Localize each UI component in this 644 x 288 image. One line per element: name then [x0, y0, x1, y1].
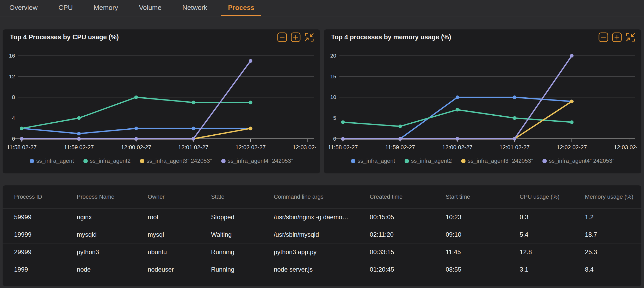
zoom-out-button[interactable] — [598, 32, 609, 42]
legend-label: ss_infra_agent — [357, 158, 395, 164]
legend-dot — [461, 159, 466, 163]
svg-text:4: 4 — [12, 115, 15, 121]
table-cell: Stopped — [211, 214, 274, 221]
svg-text:12:00 02-27: 12:00 02-27 — [121, 144, 151, 151]
zoom-out-button[interactable] — [277, 32, 287, 42]
legend-dot — [221, 159, 226, 163]
table-row[interactable]: 59999nginxrootStopped/usr/sbin/nginx -g … — [3, 208, 641, 226]
legend-item[interactable]: ss_infra_agent — [351, 158, 395, 164]
legend-item[interactable]: ss_infra_agent3” 242053” — [140, 158, 212, 164]
process-table-body: 59999nginxrootStopped/usr/sbin/nginx -g … — [3, 208, 641, 278]
column-header: State — [211, 193, 274, 200]
minus-icon — [598, 32, 609, 42]
table-cell: node — [77, 266, 148, 273]
table-cell: 10:23 — [446, 214, 520, 221]
table-cell: root — [148, 214, 211, 221]
table-cell: 3.1 — [520, 266, 585, 273]
table-cell: ubuntu — [148, 248, 211, 256]
legend-label: ss_infra_agent3” 242053” — [146, 158, 212, 164]
tab-network[interactable]: Network — [176, 0, 214, 16]
tab-cpu[interactable]: CPU — [52, 0, 79, 16]
memory-chart-body: 0510152011:58 02-2711:59 02-2712:00 02-2… — [324, 45, 641, 165]
legend-label: ss_infra_agent4” 242053” — [549, 158, 614, 164]
svg-text:12:03 02-27: 12:03 02-27 — [293, 144, 316, 151]
charts-row: Top 4 Processes by CPU usage (%) — [3, 29, 641, 173]
tab-process[interactable]: Process — [221, 0, 261, 16]
process-table-header: Process IDProcess NameOwnerStateCommand … — [3, 185, 641, 208]
table-cell: 8.4 — [585, 266, 641, 273]
table-cell: 01:20:45 — [370, 266, 445, 273]
column-header: Memory usage (%) — [585, 193, 641, 200]
table-cell: 1.2 — [585, 214, 641, 221]
table-cell: Running — [211, 248, 274, 256]
legend-item[interactable]: ss_infra_agent3” 242053” — [461, 158, 533, 164]
table-cell: 11:45 — [446, 248, 520, 256]
column-header: Process ID — [14, 193, 77, 200]
table-row[interactable]: 29999python3ubuntuRunningpython3 app.py0… — [3, 243, 641, 261]
table-cell: Running — [211, 266, 274, 273]
cpu-chart-legend: ss_infra_agentss_infra_agent2ss_infra_ag… — [7, 157, 316, 165]
table-cell: nginx — [77, 214, 148, 221]
table-cell: 08:55 — [446, 266, 520, 273]
table-row[interactable]: 19999mysqldmysqlWaiting/usr/sbin/mysqld0… — [3, 226, 641, 243]
legend-dot — [140, 159, 144, 163]
table-cell: 18.7 — [585, 231, 641, 238]
svg-text:12:01 02-27: 12:01 02-27 — [499, 144, 530, 151]
svg-text:12:00 02-27: 12:00 02-27 — [442, 144, 472, 151]
svg-text:11:58 02-27: 11:58 02-27 — [328, 144, 358, 151]
table-cell: 0.3 — [520, 214, 585, 221]
legend-label: ss_infra_agent3” 242053” — [468, 158, 533, 164]
svg-text:16: 16 — [9, 53, 15, 59]
legend-dot — [351, 159, 355, 163]
cpu-chart-header: Top 4 Processes by CPU usage (%) — [3, 29, 320, 45]
top-tab-bar: OverviewCPUMemoryVolumeNetworkProcess — [0, 0, 644, 16]
legend-item[interactable]: ss_infra_agent2 — [83, 158, 131, 164]
table-cell: 25.3 — [585, 248, 641, 256]
svg-text:20: 20 — [330, 53, 336, 59]
plus-icon — [612, 32, 622, 42]
zoom-in-button[interactable] — [612, 32, 622, 42]
legend-item[interactable]: ss_infra_agent4” 242053” — [221, 158, 293, 164]
column-header: Process Name — [77, 193, 148, 200]
cpu-usage-line-chart: 048121611:58 02-2711:59 02-2712:00 02-27… — [7, 45, 316, 154]
legend-dot — [30, 159, 34, 163]
svg-text:11:59 02-27: 11:59 02-27 — [385, 144, 415, 151]
svg-text:12:02 02-27: 12:02 02-27 — [557, 144, 587, 151]
table-cell: 09:10 — [446, 231, 520, 238]
svg-text:12: 12 — [9, 73, 15, 79]
cpu-chart-body: 048121611:58 02-2711:59 02-2712:00 02-27… — [3, 45, 320, 165]
cpu-chart-title: Top 4 Processes by CPU usage (%) — [10, 33, 119, 41]
svg-text:11:59 02-27: 11:59 02-27 — [64, 144, 94, 151]
svg-text:10: 10 — [330, 94, 336, 100]
zoom-in-button[interactable] — [290, 32, 301, 42]
tab-volume[interactable]: Volume — [132, 0, 168, 16]
memory-chart-title: Top 4 processes by memory usage (%) — [331, 33, 451, 41]
table-cell: 29999 — [14, 248, 77, 256]
plus-icon — [290, 32, 301, 42]
legend-dot — [542, 159, 547, 163]
column-header: Start time — [446, 193, 520, 200]
collapse-panel-button[interactable] — [304, 32, 314, 42]
legend-item[interactable]: ss_infra_agent — [30, 158, 74, 164]
legend-item[interactable]: ss_infra_agent4” 242053” — [542, 158, 614, 164]
table-cell: mysqld — [77, 231, 148, 238]
tab-overview[interactable]: Overview — [3, 0, 44, 16]
table-cell: /usr/sbin/nginx -g daemo… — [274, 214, 370, 221]
table-cell: 1999 — [14, 266, 77, 273]
svg-text:15: 15 — [330, 73, 336, 79]
collapse-panel-button[interactable] — [625, 32, 636, 42]
collapse-arrows-icon — [304, 32, 314, 42]
tab-memory[interactable]: Memory — [87, 0, 125, 16]
svg-text:12:03 02-27: 12:03 02-27 — [614, 144, 637, 151]
table-row[interactable]: 1999nodenodeuserRunningnode server.js01:… — [3, 261, 641, 278]
column-header: CPU usage (%) — [520, 193, 585, 200]
memory-usage-line-chart: 0510152011:58 02-2711:59 02-2712:00 02-2… — [328, 45, 637, 154]
cpu-chart-controls — [277, 32, 314, 42]
svg-text:12:01 02-27: 12:01 02-27 — [178, 144, 208, 151]
legend-item[interactable]: ss_infra_agent2 — [405, 158, 452, 164]
table-cell: mysql — [148, 231, 211, 238]
svg-text:8: 8 — [12, 94, 15, 100]
table-cell: 00:33:15 — [370, 248, 445, 256]
legend-dot — [405, 159, 409, 163]
column-header: Created time — [370, 193, 445, 200]
